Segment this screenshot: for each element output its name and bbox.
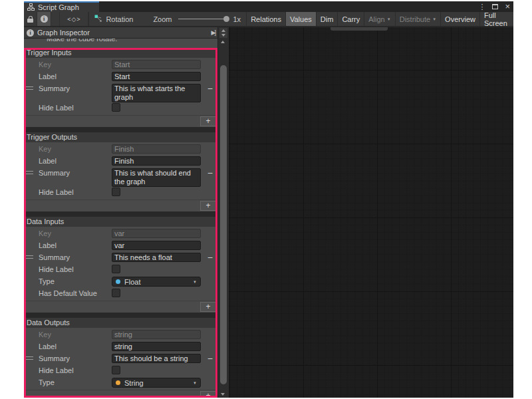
chevron-down-icon: ▼ [193,280,197,284]
chevron-down-icon: ▼ [193,381,197,385]
toolbar-button-dim[interactable]: Dim [316,12,338,26]
chevron-down-icon: ▼ [387,17,391,21]
label-input[interactable]: var [112,241,201,250]
spinner-up-icon [221,29,225,32]
row-label: Summary [24,84,112,93]
section-row: SummaryThis needs a float− [24,252,217,264]
section-header: Data Outputs [24,318,217,328]
toolbar-button-label: Relations [251,15,281,23]
graph-breadcrumb[interactable]: Rotation [89,12,138,26]
canvas-top-notch [331,27,388,31]
hide-label-checkbox[interactable] [112,188,120,196]
toolbar-button-full-screen[interactable]: Full Screen [479,12,513,26]
scroll-up-arrow[interactable] [221,41,225,43]
toolbar-button-overview[interactable]: Overview [440,12,479,26]
drag-handle-icon[interactable] [26,171,33,174]
info-icon: i [27,29,34,37]
section-row: TypeString▼ [24,377,217,389]
remove-item-button[interactable]: − [207,168,213,178]
dock-panel-icon[interactable]: ▶] [211,29,215,36]
toolbar-button-label: Values [290,15,312,23]
section-row: SummaryThis should be a string− [24,353,217,365]
label-input[interactable]: Start [112,72,201,81]
section-row: SummaryThis is what starts the graph− [24,83,217,102]
add-item-button[interactable]: + [200,302,216,312]
toolbar-buttons: RelationsValuesDimCarryAlign▼Distribute▼… [246,12,513,26]
type-color-dot [116,380,120,385]
drag-handle-icon[interactable] [26,86,33,90]
drag-handle-icon[interactable] [26,255,33,259]
summary-input[interactable]: This needs a float [112,253,201,262]
inspector-section-data-inputs: Data InputsKeyvarLabelvarSummaryThis nee… [24,217,217,313]
row-label: Summary [24,354,112,363]
type-dropdown[interactable]: String▼ [112,378,201,388]
tab-bar: Script Graph ⋮ × [24,1,513,12]
hide-label-checkbox[interactable] [112,366,120,374]
remove-item-button[interactable]: − [207,84,213,93]
row-label: Key [24,144,112,154]
section-body: KeyStartLabelStartSummaryThis is what st… [24,58,217,115]
section-row: LabelStart [24,71,217,83]
remove-item-button[interactable]: − [207,253,213,262]
section-row: Hide Label [24,264,217,276]
inspector-toggle-button[interactable]: i [37,12,51,26]
key-input: string [112,330,201,339]
remove-item-button[interactable]: − [207,354,213,363]
summary-textarea[interactable]: This is what should end the graph [112,168,201,187]
variables-icon: <◇> [67,16,80,23]
drag-handle-icon[interactable] [26,356,33,360]
section-row: TypeFloat▼ [24,276,217,288]
spinner-down-icon [221,34,225,37]
has-default-value-checkbox[interactable] [112,289,120,297]
type-dropdown[interactable]: Float▼ [112,277,201,287]
toolbar-button-relations[interactable]: Relations [246,12,285,26]
lock-button[interactable] [24,12,37,26]
unity-script-graph-window: Script Graph ⋮ × i <◇> [24,1,513,398]
row-label: Hide Label [24,265,112,274]
close-icon[interactable]: × [505,3,510,10]
panel-spinner[interactable] [219,28,227,38]
graph-summary-text: Make the cube rotate. [24,39,217,43]
inspector-header: i Graph Inspector ▶] [24,27,217,39]
tab-script-graph[interactable]: Script Graph [24,1,99,12]
toolbar-button-label: Overview [445,15,475,23]
label-input[interactable]: string [112,342,201,351]
breadcrumb-label: Rotation [106,15,133,23]
toolbar-button-carry[interactable]: Carry [337,12,364,26]
toolbar-button-align[interactable]: Align▼ [364,12,394,26]
row-label: Label [24,156,112,166]
add-item-button[interactable]: + [200,391,216,398]
values-toggle-button[interactable]: <◇> [59,12,88,26]
label-input[interactable]: Finish [112,156,201,166]
summary-textarea[interactable]: This is what starts the graph [112,84,201,102]
section-row: SummaryThis is what should end the graph… [24,168,217,187]
type-color-dot [116,279,120,284]
inspector-scrollbar [217,27,229,398]
toolbar-button-label: Distribute [400,15,430,23]
section-row: Has Default Value [24,288,217,300]
add-item-button[interactable]: + [200,116,216,126]
hide-label-checkbox[interactable] [112,103,120,112]
zoom-slider-handle[interactable] [223,16,229,22]
key-input: Start [112,60,201,69]
scrollbar-thumb[interactable] [220,65,227,384]
graph-summary-clipped: Make the cube rotate. [24,39,217,48]
row-label: Summary [24,253,112,262]
toolbar-button-values[interactable]: Values [285,12,316,26]
section-row: Hide Label [24,102,217,114]
scroll-down-arrow[interactable] [221,393,225,396]
add-item-button[interactable]: + [200,201,216,211]
tab-title: Script Graph [38,3,79,11]
maximize-icon[interactable] [492,4,498,9]
summary-input[interactable]: This should be a string [112,354,201,363]
row-label: Hide Label [24,188,112,197]
zoom-slider[interactable] [178,19,227,19]
toolbar-button-distribute[interactable]: Distribute▼ [395,12,440,26]
window-menu-icon[interactable]: ⋮ [478,3,485,10]
section-header: Data Inputs [24,217,217,227]
hide-label-checkbox[interactable] [112,265,120,273]
section-row: KeyFinish [24,144,217,156]
graph-canvas[interactable] [229,27,513,398]
inspector-section-trigger-outputs: Trigger OutputsKeyFinishLabelFinishSumma… [24,132,217,211]
row-label: Label [24,342,112,351]
